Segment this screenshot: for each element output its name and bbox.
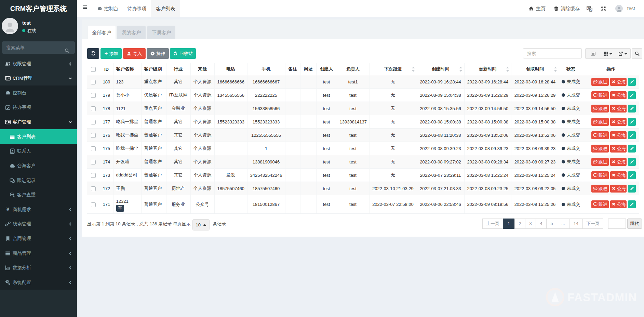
svg-text:A: A — [590, 8, 592, 11]
